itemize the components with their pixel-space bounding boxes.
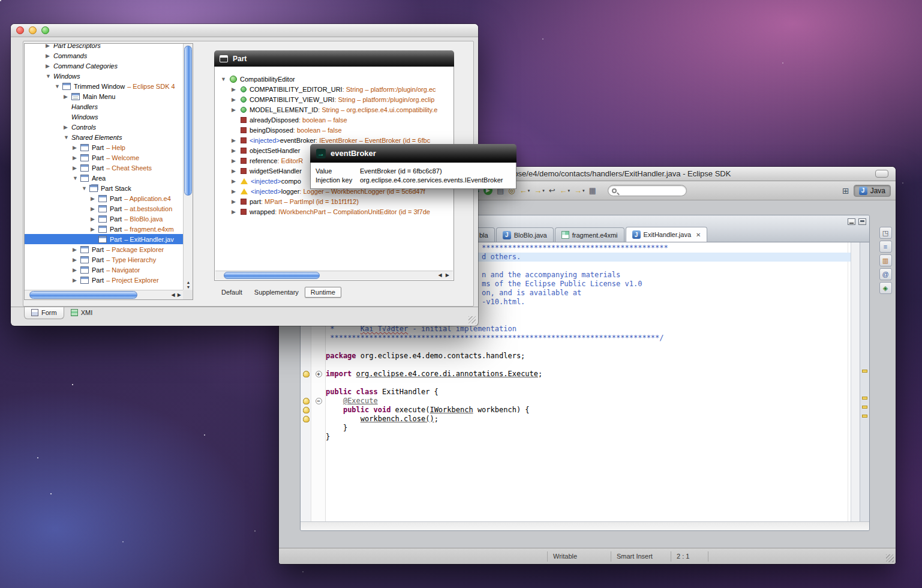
tree-hscrollbar[interactable]: ◀ ▶ xyxy=(25,290,183,299)
editor-vscrollbar[interactable] xyxy=(851,242,860,521)
disclosure-right-icon[interactable]: ▶ xyxy=(232,137,239,143)
quickfix-bulb-icon[interactable] xyxy=(303,416,310,422)
warning-marker[interactable] xyxy=(862,406,867,409)
disclosure-right-icon[interactable]: ▶ xyxy=(232,188,239,194)
pin-editor-icon[interactable]: ▦ xyxy=(588,184,597,198)
detail-tree-item[interactable]: ▶MODEL_ELEMENT_ID : String – org.eclipse… xyxy=(215,104,454,115)
dropdown-arrow-icon[interactable]: ▾ xyxy=(568,188,570,193)
quickfix-bulb-icon[interactable] xyxy=(303,398,310,404)
detail-tree-item[interactable]: alreadyDisposed : boolean – false xyxy=(215,115,454,125)
scrollbar-thumb[interactable] xyxy=(224,272,320,279)
scrollbar-arrows[interactable]: ◀ ▶ xyxy=(171,292,182,298)
disclosure-right-icon[interactable]: ▶ xyxy=(232,107,239,113)
detail-tab-runtime[interactable]: Runtime xyxy=(305,287,341,298)
disclosure-right-icon[interactable]: ▶ xyxy=(232,178,239,184)
back-icon[interactable]: ←▾ xyxy=(558,184,572,198)
tree-item[interactable]: ▼Shared Elements xyxy=(25,132,183,142)
disclosure-right-icon[interactable]: ▶ xyxy=(73,277,80,283)
tab-xmi[interactable]: XMI xyxy=(64,307,100,319)
tree-item[interactable]: ▶Part– Application.e4 xyxy=(25,193,183,203)
detail-tree-item[interactable]: ▶wrapped : IWorkbenchPart – CompilationU… xyxy=(215,206,454,217)
tree-item[interactable]: ▶Part– fragment.e4xm xyxy=(25,224,183,234)
overview-ruler[interactable] xyxy=(860,242,869,521)
minimize-button[interactable] xyxy=(29,26,37,34)
spy-resize-grip[interactable] xyxy=(468,316,476,323)
fold-expanded-icon[interactable]: − xyxy=(316,398,322,404)
tree-item[interactable]: ▶Main Menu xyxy=(25,91,183,101)
tree-item[interactable]: Windows xyxy=(25,112,183,122)
tree-item[interactable]: ▶Part– Navigator xyxy=(25,265,183,275)
tab-form[interactable]: Form xyxy=(24,307,64,319)
detail-tab-default[interactable]: Default xyxy=(215,287,248,298)
prev-annotation-icon[interactable]: ←▾ xyxy=(518,184,531,198)
disclosure-right-icon[interactable]: ▶ xyxy=(232,168,239,174)
scrollbar-arrows[interactable]: ▲▼ xyxy=(184,280,193,290)
annotation-ruler-cell[interactable] xyxy=(301,416,311,422)
disclosure-right-icon[interactable]: ▶ xyxy=(73,267,80,273)
detail-tree-item[interactable]: beingDisposed : boolean – false xyxy=(215,125,454,135)
next-annotation-icon[interactable]: →▾ xyxy=(533,184,546,198)
warning-marker[interactable] xyxy=(862,370,867,373)
close-button[interactable] xyxy=(16,26,24,34)
tree-item[interactable]: ▼Windows xyxy=(25,71,183,81)
tree-item[interactable]: ▶Part– BloBlo.java xyxy=(25,214,183,224)
disclosure-right-icon[interactable]: ▶ xyxy=(73,247,80,253)
java-perspective-button[interactable]: J Java xyxy=(854,185,891,197)
editor-tab[interactable]: JExitHandler.java✕ xyxy=(626,227,708,242)
dropdown-arrow-icon[interactable]: ▾ xyxy=(582,188,585,193)
dropdown-arrow-icon[interactable]: ▾ xyxy=(542,188,545,193)
tree-item[interactable]: ▶Command Categories xyxy=(25,61,183,71)
warning-marker[interactable] xyxy=(862,397,867,400)
tree-item[interactable]: ▶Part– Project Explorer xyxy=(25,275,183,285)
maximize-editor-icon[interactable] xyxy=(858,218,866,225)
tree-item[interactable]: ▶Part Descriptors xyxy=(25,44,183,50)
tree-item[interactable]: ▶Part– at.bestsolution xyxy=(25,203,183,214)
detail-hscrollbar[interactable]: ◀ ▶ xyxy=(215,271,453,280)
declaration-view-icon[interactable]: ◈ xyxy=(879,282,892,294)
disclosure-right-icon[interactable]: ▶ xyxy=(91,216,98,222)
open-perspective-icon[interactable]: ⊞ xyxy=(842,186,849,196)
titlebar-toolbar-toggle-icon[interactable] xyxy=(875,170,888,178)
quickfix-bulb-icon[interactable] xyxy=(303,407,310,413)
disclosure-right-icon[interactable]: ▶ xyxy=(73,165,80,171)
disclosure-right-icon[interactable]: ▶ xyxy=(73,257,80,263)
editor-tab[interactable]: fragment.e4xmi xyxy=(555,227,624,242)
detail-tree-item[interactable]: ▼CompatibilityEditor xyxy=(215,74,454,84)
disclosure-right-icon[interactable]: ▶ xyxy=(232,148,239,154)
editor-tab[interactable]: JBloBlo.java xyxy=(496,227,554,242)
disclosure-right-icon[interactable]: ▶ xyxy=(46,44,53,49)
tree-item[interactable]: ▶Controls xyxy=(25,122,183,132)
tree-item[interactable]: ▶Commands xyxy=(25,50,183,61)
scrollbar-thumb[interactable] xyxy=(184,46,192,196)
disclosure-right-icon[interactable]: ▶ xyxy=(232,209,239,215)
detail-tree-item[interactable]: ▶part : MPart – PartImpl (id = 1b1f1f12) xyxy=(215,196,454,206)
zoom-button[interactable] xyxy=(41,26,49,34)
annotation-ruler-cell[interactable] xyxy=(301,398,311,404)
tasks-view-icon[interactable]: ▥ xyxy=(879,254,892,266)
disclosure-down-icon[interactable]: ▼ xyxy=(46,73,53,79)
disclosure-down-icon[interactable]: ▼ xyxy=(64,134,71,140)
detail-tree-item[interactable]: ▶COMPATIBILITY_VIEW_URI : String – platf… xyxy=(215,94,454,104)
disclosure-down-icon[interactable]: ▼ xyxy=(221,76,229,82)
javadoc-view-icon[interactable]: @ xyxy=(879,268,892,280)
close-icon[interactable]: ✕ xyxy=(696,232,701,238)
disclosure-right-icon[interactable]: ▶ xyxy=(232,97,239,103)
fold-ruler-cell[interactable]: + xyxy=(311,371,326,377)
annotation-ruler-cell[interactable] xyxy=(301,371,311,377)
tree-item[interactable]: ▶Part– Package Explorer xyxy=(25,244,183,254)
disclosure-right-icon[interactable]: ▶ xyxy=(91,226,98,232)
search-box[interactable] xyxy=(608,185,687,196)
tree-item[interactable]: ▼Part Stack xyxy=(25,183,183,193)
outline-view-icon[interactable]: ≡ xyxy=(879,241,892,253)
disclosure-right-icon[interactable]: ▶ xyxy=(73,145,80,151)
disclosure-right-icon[interactable]: ▶ xyxy=(91,196,98,202)
tree-item[interactable]: ▶Part– Welcome xyxy=(25,152,183,163)
warning-marker[interactable] xyxy=(862,415,867,418)
detail-tab-supplementary[interactable]: Supplementary xyxy=(248,287,305,298)
scrollbar-arrows[interactable]: ◀ ▶ xyxy=(438,272,451,278)
minimize-editor-icon[interactable] xyxy=(848,218,855,225)
dropdown-arrow-icon[interactable]: ▾ xyxy=(528,188,530,193)
disclosure-down-icon[interactable]: ▼ xyxy=(82,185,89,191)
fold-collapsed-icon[interactable]: + xyxy=(316,371,322,377)
tree-item[interactable]: ▼Area xyxy=(25,173,183,183)
